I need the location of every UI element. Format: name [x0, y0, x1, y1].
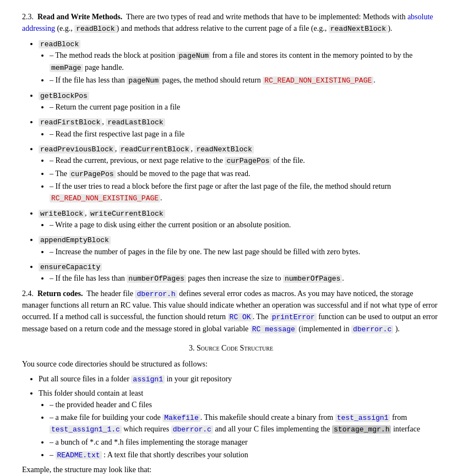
getblockpos-subitems: Return the current page position in a fi…: [50, 101, 440, 113]
getblockpos-sub1: Return the current page position in a fi…: [50, 101, 440, 113]
list-item-appendempty: appendEmptyBlock Increase the number of …: [39, 234, 440, 258]
list-item-ensurecapacity: ensureCapacity If the file has less than…: [39, 261, 440, 284]
method-getblockpos: getBlockPos: [39, 92, 89, 100]
readfirst-subitems: Read the first respective last page in a…: [50, 128, 440, 140]
readblock-sub1: The method reads the block at position p…: [50, 50, 440, 73]
method-readpreviousblock: readPreviousBlock: [39, 145, 115, 154]
ensurecapacity-sub1: If the file has less than numberOfPages …: [50, 272, 440, 284]
section-3-list: Put all source files in a folder assign1…: [39, 373, 440, 461]
method-ensurecapacity: ensureCapacity: [39, 263, 102, 271]
list-item-readprev-cur-next: readPreviousBlock, readCurrentBlock, rea…: [39, 143, 440, 204]
readprev-sub3: If the user tries to read a block before…: [50, 180, 440, 204]
section-3-sub2: a make file for building your code Makef…: [50, 412, 440, 435]
section-3-sub4: README.txt : A text file that shortly de…: [50, 449, 440, 461]
methods-list: readBlock The method reads the block at …: [39, 38, 440, 284]
method-readblock: readBlock: [39, 40, 80, 48]
list-item-writeblock: writeBlock, writeCurrentBlock Write a pa…: [39, 207, 440, 231]
section-2-4-text: The header file dberror.h defines severa…: [22, 289, 438, 333]
method-writecurrentblock: writeCurrentBlock: [89, 210, 165, 218]
readblock-sub2: If the file has less than pageNum pages,…: [50, 74, 440, 86]
section-3-intro: You source code directories should be st…: [22, 358, 440, 370]
writeblock-subitems: Write a page to disk using either the cu…: [50, 219, 440, 231]
readblock-subitems: The method reads the block at position p…: [50, 50, 440, 86]
section-number: 2.3.: [22, 13, 34, 21]
readprev-subitems: Read the current, previous, or next page…: [50, 155, 440, 204]
appendempty-sub1: Increase the number of pages in the file…: [50, 246, 440, 258]
method-readcurrentblock: readCurrentBlock: [119, 145, 191, 154]
list-item-readblock: readBlock The method reads the block at …: [39, 38, 440, 86]
section-2-3-header: 2.3. Read and Write Methods. There are t…: [22, 11, 440, 35]
appendempty-subitems: Increase the number of pages in the file…: [50, 246, 440, 258]
section-3-item-2: This folder should contain at least the …: [39, 387, 440, 461]
method-appendemptyblock: appendEmptyBlock: [39, 236, 111, 244]
list-item-readfirst-last: readFirstBlock, readLastBlock Read the f…: [39, 116, 440, 140]
method-readlastblock: readLastBlock: [106, 118, 165, 127]
readfirst-sub1: Read the first respective last page in a…: [50, 128, 440, 140]
section-2-4-title: Return codes.: [37, 289, 83, 298]
section-3-title: 3. Source Code Structure: [22, 342, 440, 354]
method-readfirstblock: readFirstBlock: [39, 118, 102, 127]
section-3-sub1: the provided header and C files: [50, 399, 440, 411]
section-3-subitems: the provided header and C files a make f…: [50, 399, 440, 461]
section-3-item-1: Put all source files in a folder assign1…: [39, 373, 440, 385]
method-readnextblock: readNextBlock: [194, 145, 253, 154]
section-3-example-label: Example, the structure may look like tha…: [22, 464, 440, 475]
section-2-4-header: 2.4. Return codes. The header file dberr…: [22, 288, 440, 335]
readprev-sub2: The curPagePos should be moved to the pa…: [50, 168, 440, 180]
section-2-4-number: 2.4.: [22, 289, 34, 298]
section-title: Read and Write Methods.: [37, 13, 122, 21]
method-writeblock: writeBlock: [39, 210, 85, 218]
list-item-getblockpos: getBlockPos Return the current page posi…: [39, 90, 440, 113]
readprev-sub1: Read the current, previous, or next page…: [50, 155, 440, 167]
ensurecapacity-subitems: If the file has less than numberOfPages …: [50, 272, 440, 284]
section-3-sub3: a bunch of *.c and *.h files implementin…: [50, 436, 440, 448]
writeblock-sub1: Write a page to disk using either the cu…: [50, 219, 440, 231]
